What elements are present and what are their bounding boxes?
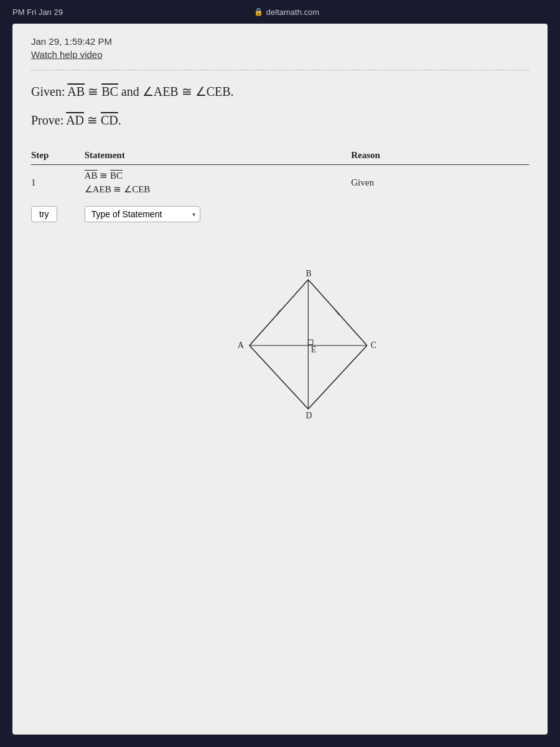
date-time-display: Jan 29, 1:59:42 PM: [31, 36, 529, 47]
top-bar-datetime: PM Fri Jan 29: [12, 7, 63, 17]
try-step-cell: try: [31, 200, 85, 227]
label-E: E: [311, 345, 316, 354]
try-reason-cell: [351, 200, 529, 227]
label-C: C: [371, 341, 376, 350]
edge-DA: [250, 345, 308, 409]
tick-AB: [277, 310, 281, 315]
col-header-statement: Statement: [85, 146, 352, 165]
label-B: B: [306, 269, 312, 278]
top-bar: PM Fri Jan 29 🔒 deltamath.com: [0, 0, 560, 24]
diagram-container: B A C D E: [31, 240, 529, 451]
type-of-statement-dropdown[interactable]: Type of Statement: [85, 206, 200, 222]
watch-help-link[interactable]: Watch help video: [31, 49, 529, 60]
try-row: try Type of Statement ▾: [31, 200, 529, 227]
given-label: Given:: [31, 85, 67, 98]
right-angle-E: [308, 340, 313, 345]
try-button[interactable]: try: [31, 206, 57, 222]
proof-table: Step Statement Reason 1 AB ≅ BC ∠AEB ≅ ∠…: [31, 146, 529, 227]
given-section: Given: AB ≅ BC and ∠AEB ≅ ∠CEB.: [31, 83, 529, 100]
label-D: D: [306, 411, 312, 420]
type-dropdown-cell: Type of Statement ▾: [85, 200, 352, 227]
main-content: Jan 29, 1:59:42 PM Watch help video Give…: [12, 24, 548, 735]
label-A: A: [238, 341, 244, 350]
lock-icon: 🔒: [254, 7, 263, 16]
edge-CD: [308, 345, 366, 409]
kite-diagram: B A C D E: [174, 240, 386, 451]
tick-BC: [335, 310, 339, 315]
prove-section: Prove: AD ≅ CD.: [31, 111, 529, 129]
reason-1: Given: [351, 165, 529, 200]
statement-1-line2: ∠AEB ≅ ∠CEB: [85, 184, 345, 195]
statement-1: AB ≅ BC ∠AEB ≅ ∠CEB: [85, 165, 352, 200]
step-number-1: 1: [31, 165, 85, 200]
top-bar-domain: 🔒 deltamath.com: [254, 7, 319, 17]
dropdown-wrapper: Type of Statement ▾: [85, 206, 200, 222]
col-header-step: Step: [31, 146, 85, 165]
section-divider: [31, 70, 529, 70]
col-header-reason: Reason: [351, 146, 529, 165]
statement-1-line1: AB ≅ BC: [85, 170, 345, 181]
proof-row-1: 1 AB ≅ BC ∠AEB ≅ ∠CEB Given: [31, 165, 529, 200]
prove-label: Prove:: [31, 113, 66, 127]
